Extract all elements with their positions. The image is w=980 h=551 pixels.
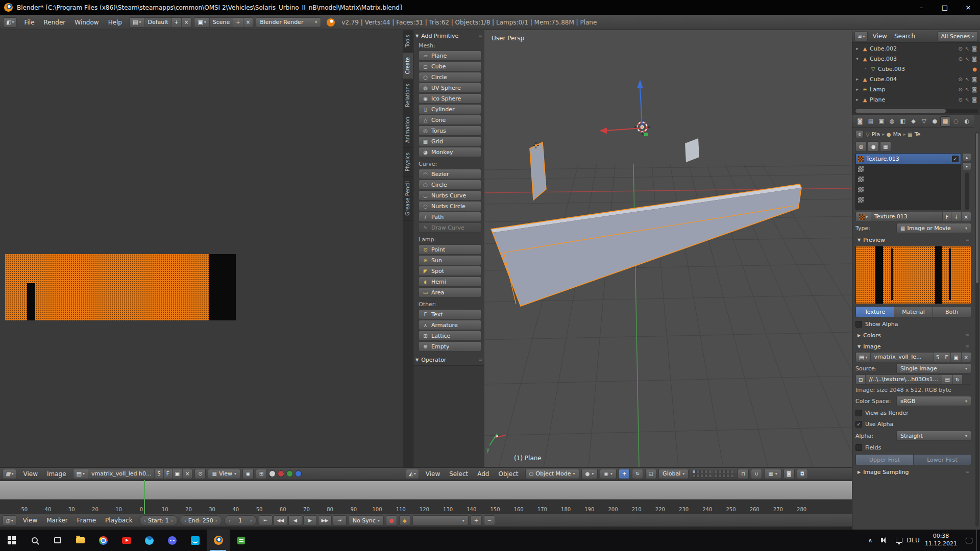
scene-selector[interactable]: ▣▾ Scene + × <box>194 17 253 28</box>
layer-toggle[interactable] <box>714 470 718 473</box>
menu-file[interactable]: File <box>19 16 39 29</box>
properties-tab-object-data[interactable]: ▽ <box>919 116 929 127</box>
texture-slot-empty[interactable] <box>856 184 961 194</box>
expander-icon[interactable]: ▸ <box>854 87 860 92</box>
layer-toggle[interactable] <box>714 474 718 478</box>
pivot-point-dropdown[interactable]: ◉▾ <box>600 469 617 479</box>
scene-browse-icon[interactable]: ▣▾ <box>194 18 209 27</box>
open-file-button[interactable]: ▤ <box>942 375 952 384</box>
outliner-type-button[interactable]: ≡▾ <box>854 31 868 41</box>
shelf-tab-tools[interactable]: Tools <box>403 30 413 53</box>
outliner-item-cube-004[interactable]: ▸▲Cube.004⊙↖◙ <box>852 74 980 84</box>
tool-button-draw-curve[interactable]: ✎Draw Curve <box>419 222 481 233</box>
renderable-camera-icon[interactable]: ◙ <box>972 56 977 62</box>
selectable-arrow-icon[interactable]: ↖ <box>965 77 969 82</box>
fields-toggle[interactable]: Fields <box>855 442 971 453</box>
channel-green-button[interactable] <box>286 470 293 477</box>
visibility-eye-icon[interactable]: ⊙ <box>959 46 963 52</box>
texture-type-dropdown[interactable]: ▦Image or Movie▾ <box>896 223 971 233</box>
tool-button-uv-sphere[interactable]: ◍UV Sphere <box>419 83 481 93</box>
image-browse-icon[interactable]: ▤▾ <box>856 353 871 362</box>
expander-icon[interactable]: ▾ <box>854 56 860 61</box>
operator-panel-header[interactable]: ▼Operator≡ <box>413 354 484 365</box>
close-button[interactable]: × <box>957 0 980 15</box>
image-sampling-panel-header[interactable]: ▶Image Sampling≡ <box>855 466 971 478</box>
layer-toggle[interactable] <box>704 474 708 478</box>
image-fake-user-button[interactable]: F <box>942 353 951 362</box>
texture-browse-icon[interactable]: ▾ <box>856 212 871 221</box>
add-primitive-panel-header[interactable]: ▼Add Primitive≡ <box>413 30 484 41</box>
tool-button-circle[interactable]: ○Circle <box>419 180 481 190</box>
uv-snap-button[interactable]: ⊞ <box>256 469 267 479</box>
layer-toggle[interactable] <box>726 474 730 478</box>
upper-first-button[interactable]: Upper First <box>856 455 914 465</box>
menu-window[interactable]: Window <box>70 16 103 29</box>
menu-help[interactable]: Help <box>104 16 127 29</box>
interaction-mode-dropdown[interactable]: ○Object Mode▾ <box>525 469 579 479</box>
taskbar-notepad-plus[interactable] <box>230 530 253 551</box>
taskbar-discord[interactable] <box>161 530 184 551</box>
properties-tab-object[interactable]: ◧ <box>898 116 908 127</box>
renderable-camera-icon[interactable]: ◙ <box>972 87 977 92</box>
layer-toggle[interactable] <box>692 470 696 473</box>
active-keying-set-dropdown[interactable]: ▾ <box>412 515 469 525</box>
end-frame-field[interactable]: ‹End: 250› <box>180 515 222 525</box>
outliner-item-cube-003[interactable]: ·▽Cube.003● <box>852 64 980 74</box>
taskbar-start[interactable] <box>0 530 23 551</box>
texture-slot-empty[interactable] <box>856 194 961 205</box>
viewport-canvas[interactable]: y User Persp (1) Plane <box>484 30 852 467</box>
jump-to-end-button[interactable]: ⇥ <box>333 515 347 525</box>
increment-arrow-icon[interactable]: › <box>215 518 217 523</box>
render-animation-button[interactable]: ◘ <box>797 469 808 479</box>
unlink-texture-button[interactable]: × <box>962 212 971 221</box>
view-as-render-toggle[interactable]: View as Render <box>855 407 971 418</box>
menu-add[interactable]: Add <box>473 467 494 481</box>
renderable-camera-icon[interactable]: ◙ <box>972 46 977 52</box>
taskbar-task-view[interactable] <box>46 530 69 551</box>
v3d-editor-type-button[interactable]: ◭▾ <box>406 469 419 479</box>
matrix-texture-image[interactable] <box>5 254 236 320</box>
keyboard-language[interactable]: DEU <box>906 530 920 551</box>
info-editor-type-button[interactable]: ◧▾ <box>3 17 17 28</box>
network-icon[interactable] <box>892 530 905 551</box>
tool-button-torus[interactable]: ◎Torus <box>419 126 481 136</box>
scrollbar-thumb[interactable] <box>976 133 978 283</box>
current-frame-indicator[interactable] <box>144 480 145 514</box>
y-axis-handle[interactable] <box>644 133 648 136</box>
layer-toggle[interactable] <box>718 470 722 473</box>
decrement-arrow-icon[interactable]: ‹ <box>184 518 186 523</box>
tool-button-cube[interactable]: ◻Cube <box>419 61 481 71</box>
colorspace-dropdown[interactable]: sRGB▾ <box>896 396 971 406</box>
expander-icon[interactable]: ▸ <box>854 46 860 51</box>
viewport-shading-dropdown[interactable]: ●▾ <box>581 469 598 479</box>
properties-tab-render-layers[interactable]: ▤ <box>866 116 876 127</box>
channel-red-button[interactable] <box>278 470 284 477</box>
translate-manipulator-button[interactable]: + <box>619 469 630 479</box>
tool-button-monkey[interactable]: ◕Monkey <box>419 147 481 157</box>
properties-tab-texture[interactable]: ▦ <box>940 116 950 127</box>
preview-texture-button[interactable]: Texture <box>856 307 894 317</box>
layer-toggle[interactable] <box>708 470 712 473</box>
decrement-arrow-icon[interactable]: ‹ <box>229 518 231 523</box>
layer-toggle[interactable] <box>722 474 726 478</box>
other-texture-context-button[interactable]: ▦ <box>880 141 891 152</box>
image-name-field[interactable]: vmatrix_voll_le... <box>871 353 934 362</box>
taskbar-youtube[interactable] <box>115 530 138 551</box>
scrollbar-thumb[interactable] <box>855 109 946 113</box>
shelf-tab-animation[interactable]: Animation <box>403 112 413 148</box>
image-datablock[interactable]: ▤▾ vmatrix_voll_le... 5 F ▣ × <box>855 352 971 362</box>
transform-orientation-dropdown[interactable]: Global▾ <box>658 469 689 479</box>
image-users-count[interactable]: 5 <box>155 469 163 479</box>
scene-lock-button[interactable]: ⊓ <box>738 469 749 479</box>
layer-toggle[interactable] <box>692 474 696 478</box>
channel-blue-button[interactable] <box>295 470 302 477</box>
properties-scrollbar[interactable] <box>975 132 979 527</box>
increment-arrow-icon[interactable]: › <box>250 518 252 523</box>
layer-toggle[interactable] <box>700 474 704 478</box>
expander-icon[interactable]: ▸ <box>854 77 860 82</box>
jump-to-prev-keyframe-button[interactable]: ◀◀ <box>274 515 287 525</box>
properties-tab-render[interactable]: ◙ <box>855 116 865 127</box>
delete-keyframe-button[interactable]: − <box>484 515 495 525</box>
properties-tab-particles[interactable]: ◌ <box>951 116 961 127</box>
minimize-button[interactable]: – <box>910 0 933 15</box>
